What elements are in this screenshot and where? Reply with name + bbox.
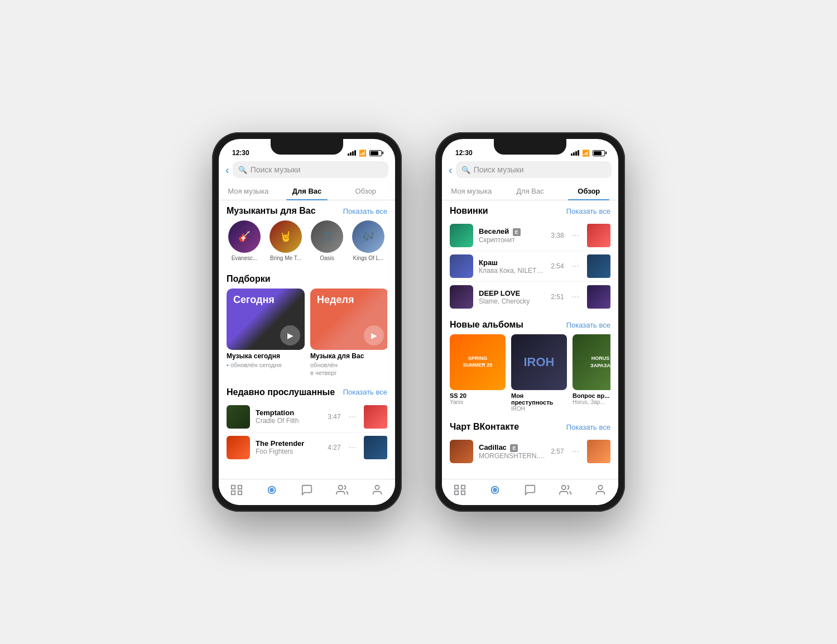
chart-tracks: Cadillac E MORGENSHTERN, Элджей 2:57 ···: [450, 436, 610, 467]
track-info-cadillac: Cadillac E MORGENSHTERN, Элджей: [479, 443, 545, 460]
tab-browse-right[interactable]: Обзор: [560, 182, 618, 200]
back-button-left[interactable]: ‹: [225, 164, 229, 176]
search-bar-right: ‹ 🔍 Поиск музыки: [442, 159, 618, 182]
track-artist-pretender: Foo Fighters: [256, 448, 322, 455]
track-pretender[interactable]: The Pretender Foo Fighters 4:27 ···: [227, 432, 387, 463]
artist-item-kings[interactable]: 🎶 Kings Of L...: [350, 220, 386, 262]
play-button-today[interactable]: ▶: [280, 325, 300, 345]
tab-for-you-left[interactable]: Для Вас: [277, 182, 336, 200]
playlists-title: Подборки: [227, 274, 271, 284]
svg-point-8: [376, 486, 379, 489]
playlists-section: Подборки Сегодня ▶ Музыка сегодня • обно…: [219, 268, 395, 382]
artist-item-evanescence[interactable]: 🎸 Evanesc...: [227, 220, 262, 262]
album-cover-iroh: IROH: [511, 334, 567, 390]
svg-rect-12: [461, 491, 464, 494]
playlist-today[interactable]: Сегодня ▶ Музыка сегодня • обновлён сего…: [227, 289, 305, 377]
back-button-right[interactable]: ‹: [449, 164, 453, 176]
album-ss20[interactable]: SPRINGSUMMER 20 SS 20 Yanix: [450, 334, 506, 412]
phone-left: 12:30 📶 ‹ 🔍 Поиск музыки: [212, 132, 402, 512]
explicit-badge-veselej: E: [513, 228, 521, 236]
track-more-cadillac[interactable]: ···: [570, 446, 581, 456]
nav-chat-right[interactable]: [524, 484, 536, 496]
track-cover-krash: [450, 254, 473, 278]
track-more-deeplove[interactable]: ···: [570, 292, 581, 302]
track-more-pretender[interactable]: ···: [347, 443, 358, 453]
phone-right: 12:30 📶 ‹ 🔍 Поиск музыки: [435, 132, 625, 512]
recent-show-all[interactable]: Показать все: [343, 388, 387, 396]
playlist-sub-today: • обновлён сегодня: [227, 361, 305, 369]
track-duration-cadillac: 2:57: [551, 448, 564, 455]
artist-item-bmth[interactable]: 🤘 Bring Me T...: [268, 220, 304, 262]
svg-point-17: [599, 486, 603, 489]
screen-right: 12:30 📶 ‹ 🔍 Поиск музыки: [442, 139, 618, 505]
track-duration-temptation: 3:47: [328, 413, 340, 421]
playlist-label-today: Музыка сегодня: [227, 352, 305, 360]
playlist-week[interactable]: Неделя ▶ Музыка для Вас обновлёнв четвер…: [310, 289, 387, 377]
track-krash[interactable]: Краш Клава Кока, NILETTO 2:54 ···: [450, 251, 610, 282]
artist-name-bmth: Bring Me T...: [270, 255, 301, 262]
track-info-deeplove: DEEP LOVE Slame, Cherocky: [479, 289, 545, 305]
playlists-header: Подборки: [227, 274, 387, 284]
search-icon-left: 🔍: [238, 166, 247, 174]
tab-my-music-right[interactable]: Моя музыка: [442, 182, 501, 200]
album-horus[interactable]: HORUSЗАРАЗА Вопрос вр... Horus, Зар...: [573, 334, 610, 412]
track-more-temptation[interactable]: ···: [347, 412, 358, 422]
search-icon-right: 🔍: [461, 166, 470, 174]
nav-music-left[interactable]: [266, 484, 278, 496]
screen-left: 12:30 📶 ‹ 🔍 Поиск музыки: [219, 139, 395, 505]
nav-feed-left[interactable]: [230, 484, 243, 496]
chart-show-all[interactable]: Показать все: [566, 423, 610, 431]
artist-avatar-kings: 🎶: [352, 220, 384, 253]
artists-header: Музыканты для Вас Показать все: [227, 206, 387, 216]
track-name-cadillac: Cadillac E: [479, 443, 545, 452]
tab-for-you-right[interactable]: Для Вас: [501, 182, 559, 200]
wifi-icon-right: 📶: [582, 150, 590, 157]
artist-name-oasis: Oasis: [320, 255, 334, 262]
track-more-krash[interactable]: ···: [570, 261, 581, 271]
track-info-krash: Краш Клава Кока, NILETTO: [479, 258, 545, 275]
svg-point-7: [339, 486, 343, 489]
content-left: Музыканты для Вас Показать все 🎸 Evanesc…: [219, 200, 395, 479]
tab-my-music-left[interactable]: Моя музыка: [219, 182, 277, 200]
playlist-title-today: Сегодня: [233, 294, 275, 306]
signal-icon-right: [571, 150, 579, 156]
track-temptation[interactable]: Temptation Cradle Of Filth 3:47 ···: [227, 402, 387, 432]
albums-show-all[interactable]: Показать все: [566, 321, 610, 329]
albums-header: Новые альбомы Показать все: [450, 320, 610, 330]
nav-chat-left[interactable]: [301, 484, 313, 496]
nav-friends-right[interactable]: [559, 484, 571, 496]
track-veselej[interactable]: Веселей E Скриптонит 3:38 ···: [450, 220, 610, 251]
track-artist-deeplove: Slame, Cherocky: [479, 297, 545, 305]
track-name-temptation: Temptation: [256, 408, 322, 417]
artist-item-oasis[interactable]: 🎵 Oasis: [309, 220, 345, 262]
notch-right: [494, 139, 566, 155]
nav-feed-right[interactable]: [454, 484, 466, 496]
svg-point-15: [494, 489, 496, 491]
recent-section: Недавно прослушанные Показать все Tempta…: [219, 382, 395, 465]
nav-profile-right[interactable]: [594, 484, 607, 496]
track-more-veselej[interactable]: ···: [570, 230, 581, 241]
search-input-right[interactable]: 🔍 Поиск музыки: [456, 161, 612, 178]
track-cadillac[interactable]: Cadillac E MORGENSHTERN, Элджей 2:57 ···: [450, 436, 610, 467]
novice-show-all[interactable]: Показать все: [566, 207, 610, 215]
svg-point-16: [562, 486, 566, 489]
tab-browse-left[interactable]: Обзор: [336, 182, 395, 200]
search-input-left[interactable]: 🔍 Поиск музыки: [233, 161, 388, 178]
track-thumb-krash: [587, 254, 610, 278]
nav-friends-left[interactable]: [336, 484, 348, 496]
content-right: Новинки Показать все Веселей E Скриптони…: [442, 200, 618, 479]
time-left: 12:30: [232, 149, 249, 157]
track-cover-cadillac: [450, 440, 473, 463]
svg-rect-9: [454, 486, 458, 489]
playlist-label-week: Музыка для Вас: [310, 352, 387, 360]
track-name-deeplove: DEEP LOVE: [479, 289, 545, 297]
albums-title: Новые альбомы: [450, 320, 523, 330]
play-button-week[interactable]: ▶: [364, 325, 384, 345]
album-iroh[interactable]: IROH Моя преступность IROH: [511, 334, 567, 412]
nav-profile-left[interactable]: [371, 484, 383, 496]
album-cover-horus: HORUSЗАРАЗА: [573, 334, 610, 390]
track-name-veselej: Веселей E: [479, 227, 545, 236]
artists-show-all[interactable]: Показать все: [343, 207, 387, 215]
track-deeplove[interactable]: DEEP LOVE Slame, Cherocky 2:51 ···: [450, 282, 610, 312]
nav-music-right[interactable]: [489, 484, 501, 496]
